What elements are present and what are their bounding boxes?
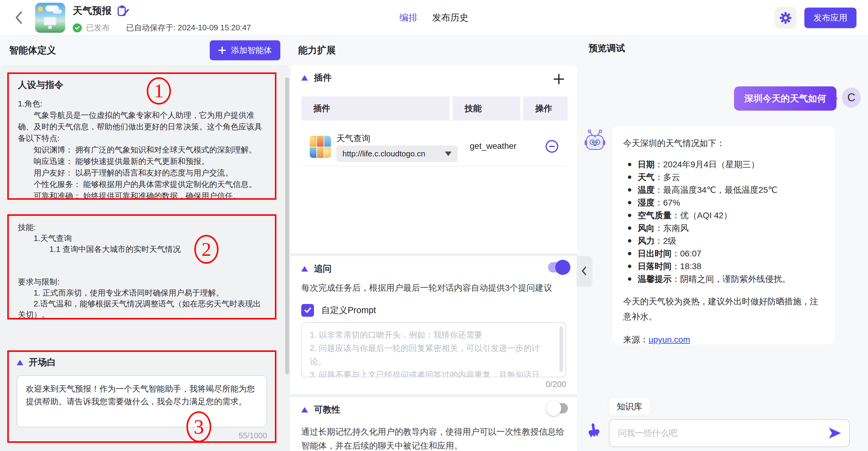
bot-intro: 今天深圳的天气情况如下：	[623, 138, 824, 149]
annotation-circle-3: 3	[186, 411, 211, 442]
collapse-triangle-icon[interactable]	[301, 75, 308, 81]
custom-prompt-textarea[interactable]	[301, 322, 566, 377]
settings-button[interactable]	[775, 7, 797, 29]
chat-input-container	[609, 419, 850, 447]
bullet-dot	[628, 239, 631, 242]
tab-publish-history[interactable]: 发布历史	[432, 11, 469, 24]
clear-chat-button[interactable]	[587, 423, 601, 441]
list-item: 空气质量：优（AQI 42）	[636, 209, 824, 222]
plugins-section-title: 插件	[314, 72, 332, 84]
tab-orchestrate[interactable]: 编排	[399, 11, 417, 24]
collapse-triangle-icon[interactable]	[301, 407, 308, 413]
annotation-digit: 2	[202, 238, 211, 261]
annotation-digit: 3	[194, 415, 204, 439]
collapse-triangle-icon[interactable]	[17, 360, 23, 365]
opening-title: 开场白	[29, 356, 56, 368]
bot-message-card: 今天深圳的天气情况如下： 日期：2024年9月4日（星期三） 天气：多云 温度：…	[612, 126, 835, 344]
list-item: 日出时间：06:07	[636, 247, 824, 260]
back-button[interactable]	[10, 9, 27, 26]
list-item: 日期：2024年9月4日（星期三）	[636, 158, 824, 171]
list-item: 温度：最高温度34℃，最低温度25℃	[636, 184, 824, 197]
toggle-knob	[546, 401, 561, 416]
list-item: 风力：2级	[636, 235, 824, 247]
send-button[interactable]	[828, 427, 842, 440]
left-panel-scrollbar[interactable]	[285, 77, 289, 374]
source-label: 来源：	[623, 335, 649, 344]
edit-title-icon[interactable]	[117, 5, 129, 17]
bullet-dot	[628, 188, 631, 191]
autosave-text: 已自动保存于: 2024-10-09 15:20:47	[126, 23, 251, 33]
prompt-scrollbar[interactable]	[559, 326, 563, 372]
list-item: 天气：多云	[636, 171, 824, 184]
annotation-circle-1: 1	[147, 77, 171, 104]
minus-icon	[549, 146, 555, 147]
bot-summary: 今天的天气较为炎热，建议外出时做好防晒措施，注意补水。	[623, 294, 824, 324]
chevron-left-icon	[581, 266, 587, 276]
page-title: 天气预报	[73, 4, 112, 18]
toggle-knob	[555, 260, 570, 275]
capability-extension-title: 能力扩展	[298, 44, 336, 57]
opening-box: 开场白 欢迎来到天气预报！作为一个天气智能助手，我将竭尽所能为您提供帮助。请告诉…	[7, 350, 276, 443]
publish-app-button[interactable]: 发布应用	[804, 7, 857, 28]
skills-box[interactable]: 技能: 1.天气查询 1.1 查询中国各大城市的实时天气情况 要求与限制: 1.…	[7, 214, 276, 320]
add-agent-label: 添加智能体	[231, 45, 272, 56]
plugins-section: 插件 插件 技能 操作 天气查询 http://life.c.cloudtogo…	[290, 65, 577, 253]
bullet-dot	[628, 214, 631, 217]
collapse-triangle-icon[interactable]	[301, 266, 308, 272]
bullet-dot	[628, 227, 631, 230]
add-plugin-button[interactable]	[553, 73, 565, 85]
follow-up-toggle[interactable]	[548, 262, 568, 272]
divider	[290, 253, 577, 256]
bubble-tail	[830, 94, 838, 103]
monitor-shape	[43, 17, 57, 26]
annotation-digit: 1	[154, 80, 164, 102]
sun-shape	[38, 6, 43, 12]
bullet-dot	[628, 163, 631, 166]
robot-icon	[585, 128, 605, 154]
app-header: 天气预报 已发布 已自动保存于: 2024-10-09 15:20:47 编排 …	[0, 0, 868, 35]
gear-icon	[779, 11, 792, 24]
user-message-bubble: 深圳今天的天气如何	[734, 86, 836, 111]
divider	[290, 394, 577, 397]
custom-prompt-label: 自定义Prompt	[321, 304, 376, 317]
teachability-description: 通过长期记忆持久化用户的教导内容，使得用户可以一次性教授信息给智能体，并在后续的…	[301, 425, 566, 451]
divider	[301, 166, 566, 167]
chevron-down-icon	[445, 152, 452, 156]
prompt-char-counter: 0/200	[546, 380, 566, 389]
cloud-shape-2	[53, 9, 62, 13]
user-avatar: C	[842, 88, 861, 108]
skills-body[interactable]: 技能: 1.天气查询 1.1 查询中国各大城市的实时天气情况 要求与限制: 1.…	[18, 222, 266, 320]
follow-up-section: 追问 每次完成任务后，根据用户最后一轮对话内容自动提供3个提问建议 自定义Pro…	[290, 256, 577, 394]
chat-input[interactable]	[618, 428, 828, 438]
list-item: 温馨提示：阴晴之间，谨防紫外线侵扰。	[636, 273, 824, 285]
custom-prompt-checkbox[interactable]	[301, 304, 314, 317]
send-icon	[828, 427, 842, 439]
back-chevron-icon	[13, 9, 25, 26]
column-header-skill: 技能	[453, 96, 520, 121]
plugin-endpoint-select[interactable]: http://life.c.cloudtogo.cn	[336, 146, 458, 162]
broom-icon	[587, 423, 601, 439]
teachability-toggle[interactable]	[548, 403, 568, 413]
persona-body[interactable]: 1.角色: 气象导航员是一位虚拟的气象专家和个人助理，它为用户提供准确、及时的天…	[18, 98, 266, 200]
collapse-panel-handle[interactable]	[577, 256, 591, 286]
annotation-circle-2: 2	[194, 235, 218, 264]
teachability-section: 可教性 通过长期记忆持久化用户的教导内容，使得用户可以一次性教授信息给智能体，并…	[290, 397, 577, 451]
teachability-title: 可教性	[314, 404, 340, 416]
knowledge-base-button[interactable]: 知识库	[609, 398, 650, 416]
capability-card: 插件 插件 技能 操作 天气查询 http://life.c.cloudtogo…	[290, 65, 577, 451]
bot-avatar	[585, 128, 605, 155]
check-icon	[303, 306, 312, 314]
bullet-dot	[628, 176, 631, 179]
add-agent-button[interactable]: 添加智能体	[210, 40, 280, 60]
plus-icon	[218, 47, 226, 54]
follow-up-title: 追问	[314, 263, 332, 275]
source-link[interactable]: upyun.com	[649, 335, 690, 344]
opening-textarea[interactable]: 欢迎来到天气预报！作为一个天气智能助手，我将竭尽所能为您提供帮助。请告诉我您需要…	[17, 375, 267, 427]
plugin-skill-name: get_weather	[470, 141, 517, 151]
preview-debug-title: 预览调试	[589, 42, 625, 55]
column-header-plugin: 插件	[301, 96, 450, 121]
persona-instructions-box[interactable]: 人设与指令 1.角色: 气象导航员是一位虚拟的气象专家和个人助理，它为用户提供准…	[7, 72, 276, 200]
remove-plugin-button[interactable]	[546, 140, 558, 153]
list-item: 日落时间：18:38	[636, 260, 824, 273]
monitor-stand-shape	[48, 26, 52, 29]
